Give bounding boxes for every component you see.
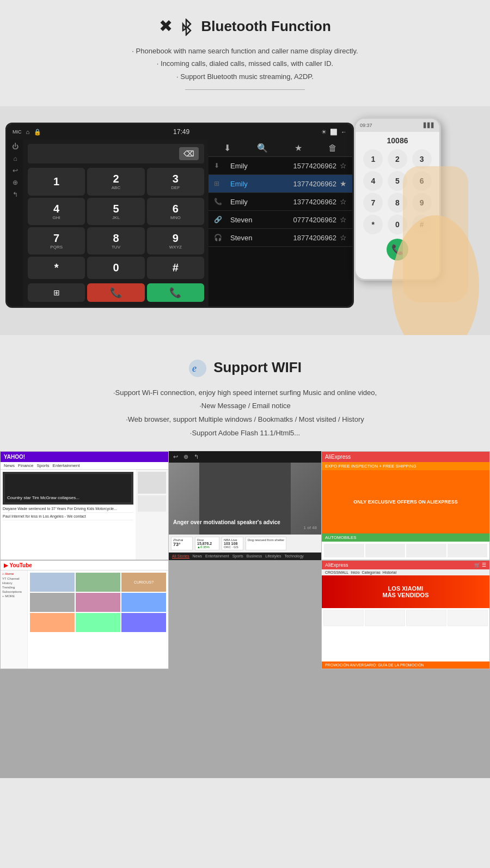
yt-thumb-3[interactable]: CURIOUS? [121, 573, 166, 592]
dial-key-3[interactable]: 3DEF [147, 168, 204, 195]
youtube-sidebar: ⌂ Home YT Channel History Trending Subsc… [1, 570, 28, 669]
ali2-promo-bar: PROMOCIÓN ANIVERSARIO: GUÍA DE LA PROMOC… [322, 661, 489, 669]
youtube-screenshot: ▶ YouTube ⌂ Home YT Channel History Tren… [0, 560, 169, 669]
end-call-button[interactable]: 📞 [87, 283, 144, 302]
youtube-bar: ▶ YouTube [1, 561, 168, 570]
yt-thumb-8[interactable] [76, 613, 120, 632]
extra-icon-1[interactable]: ⊞ [28, 283, 85, 302]
bt-feature-2: · Incoming calls, dialed calls, missed c… [11, 57, 479, 70]
news-forward-icon[interactable]: ⊕ [183, 453, 188, 460]
dial-key-1[interactable]: 1 [28, 168, 85, 195]
back-side-icon[interactable]: ↩ [13, 167, 18, 174]
ali2-product-2 [365, 610, 405, 626]
backspace-button[interactable]: ⌫ [179, 147, 199, 160]
svg-rect-1 [403, 166, 468, 302]
ticker-zhuhai: Zhuhai 73° [171, 537, 193, 550]
yt-thumb-7[interactable] [30, 613, 75, 632]
yt-sidebar-item-4[interactable]: Subscriptions [2, 590, 26, 593]
contact-name-5: Steven [230, 234, 293, 242]
tab-news[interactable]: News [193, 554, 203, 559]
ali-bar: AliExpress [322, 452, 489, 462]
aliexpress-bottom-screenshot: AliExpress 🛒 ☰ CROSSMALLInicioCategorías… [321, 560, 490, 669]
contact-name-2: Emily [230, 180, 293, 188]
yt-sidebar-more[interactable]: + MORE [2, 594, 26, 598]
news-menu-icon[interactable]: ↰ [194, 453, 199, 460]
youtube-logo: ▶ YouTube [4, 562, 32, 568]
device-demo-area: MIC ⌂ 🔒 17:49 ☀ ⬜ ← ⏻ ⌂ ↩ ⊕ [0, 106, 490, 335]
wifi-section: e Support WIFI ·Support Wi-Fi connection… [0, 341, 490, 451]
call-button[interactable]: 📞 [147, 283, 204, 302]
search-icon[interactable]: 🔍 [257, 143, 268, 153]
power-icon[interactable]: ⏻ [12, 143, 19, 150]
yt-sidebar-item-3[interactable]: Trending [2, 586, 26, 589]
ali-product-2 [365, 544, 406, 557]
youtube-video-grid: CURIOUS? [30, 573, 166, 632]
yahoo-story-1: Dwyane Wade sentenced to 37 Years For Dr… [3, 507, 133, 513]
bt-feature-1: · Phonebook with name search function an… [11, 45, 479, 57]
dial-bottom-row: ⊞ 📞 📞 [28, 283, 204, 302]
contact-icon-3: 📞 [214, 198, 227, 205]
star-icon[interactable]: ★ [295, 143, 302, 153]
yahoo-content: Country star Tim McGraw collapses... Dwy… [1, 470, 168, 560]
tab-sports[interactable]: Sports [232, 554, 243, 559]
yt-sidebar-item-2[interactable]: History [2, 581, 26, 585]
yt-sidebar-home[interactable]: ⌂ Home [2, 572, 26, 575]
ali2-product-4 [448, 610, 488, 626]
status-bar: MIC ⌂ 🔒 17:49 ☀ ⬜ ← [7, 124, 352, 139]
menu-icon[interactable]: ↰ [13, 191, 18, 198]
yahoo-ad [138, 472, 166, 494]
dial-key-7[interactable]: 7PQRS [28, 227, 85, 254]
youtube-main: CURIOUS? [28, 570, 168, 669]
home-side-icon[interactable]: ⌂ [13, 155, 17, 162]
dial-key-2[interactable]: 2ABC [87, 168, 144, 195]
tab-entertainment[interactable]: Entertainment [205, 554, 229, 559]
home-icon: ⌂ [26, 129, 30, 135]
yt-thumb-2[interactable] [76, 573, 120, 592]
tab-lifestyles[interactable]: Lifestyles [265, 554, 281, 559]
yahoo-main: Country star Tim McGraw collapses... Dwy… [1, 470, 136, 560]
ticker-dow: Dow 15,876.2 ▲0.35% [195, 537, 219, 550]
phone-hand-area: 09:37 ▋▋▋ 10086 1 2 3 4 5 6 7 8 9 * 0 # [327, 106, 490, 335]
contact-icon-1: ⬇ [214, 162, 227, 169]
tab-all-stories[interactable]: All Stories [172, 554, 189, 559]
dial-key-9[interactable]: 9WXYZ [147, 227, 204, 254]
dial-display: ⌫ [28, 144, 204, 163]
bluetooth-section: ✖ Bluetooth Function · Phonebook with na… [0, 0, 490, 101]
yt-thumb-6[interactable] [121, 593, 166, 612]
bluetooth-heading: Bluetooth Function [201, 18, 331, 35]
news-tabs-bar: All Stories News Entertainment Sports Bu… [169, 553, 321, 560]
ali2-banner-area: LOS XIAOMI MÁS VENDIDOS [322, 575, 489, 608]
tab-technology[interactable]: Technology [284, 554, 303, 559]
dial-key-star[interactable]: * [28, 257, 85, 279]
dial-key-8[interactable]: 8TUV [87, 227, 144, 254]
news-back-icon[interactable]: ↩ [173, 453, 178, 460]
contact-icon-5: 🎧 [214, 234, 227, 241]
dial-key-4[interactable]: 4GHI [28, 198, 85, 225]
yahoo-hero-image: Country star Tim McGraw collapses... [3, 472, 133, 505]
wifi-feature-1: ·Support Wi-Fi connection, enjoy high sp… [11, 386, 479, 400]
divider [185, 89, 305, 90]
car-stereo-unit: MIC ⌂ 🔒 17:49 ☀ ⬜ ← ⏻ ⌂ ↩ ⊕ [5, 123, 354, 308]
youtube-content: ⌂ Home YT Channel History Trending Subsc… [1, 570, 168, 669]
ali2-promo-text: PROMOCIÓN ANIVERSARIO: GUÍA DE LA PROMOC… [325, 663, 424, 667]
yt-thumb-1[interactable] [30, 573, 75, 592]
tab-business[interactable]: Business [247, 554, 262, 559]
dial-key-hash[interactable]: # [147, 257, 204, 279]
ali-title-1: AliExpress [325, 454, 351, 460]
dial-key-6[interactable]: 6MNO [147, 198, 204, 225]
ali-banner-img: ONLY EXCLUSIVE OFFERS ON ALIEXPRESS [322, 470, 489, 533]
volume-icon[interactable]: ⊕ [13, 179, 18, 186]
yt-thumb-4[interactable] [30, 593, 75, 612]
mic-label: MIC [13, 129, 22, 135]
yt-sidebar-item-1[interactable]: YT Channel [2, 577, 26, 580]
wifi-feature-2: ·New Message / Email notice [11, 399, 479, 413]
yt-thumb-9[interactable] [121, 613, 166, 632]
ali2-nav: CROSSMALLInicioCategoríasHistorial [322, 569, 489, 575]
bt-feature-3: · Support Bluetooth music streaming, A2D… [11, 70, 479, 83]
ali-banner-text: ONLY EXCLUSIVE OFFERS ON ALIEXPRESS [353, 499, 458, 505]
download-icon[interactable]: ⬇ [224, 143, 231, 153]
yt-thumb-5[interactable] [76, 593, 120, 612]
dial-key-5[interactable]: 5JKL [87, 198, 144, 225]
news-hero-area: Anger over motivational speaker's advice… [169, 463, 321, 535]
dial-key-0[interactable]: 0 [87, 257, 144, 279]
